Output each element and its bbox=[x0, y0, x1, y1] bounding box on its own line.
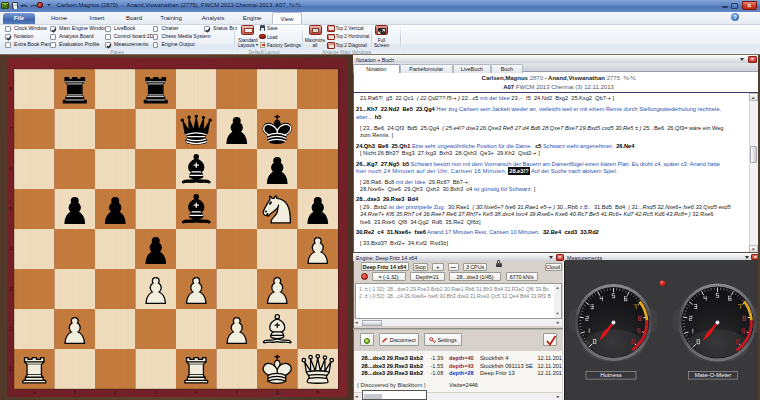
svg-text:d: d bbox=[154, 389, 157, 395]
svg-text:3: 3 bbox=[9, 286, 12, 292]
svg-text:2: 2 bbox=[9, 326, 12, 332]
svg-text:g: g bbox=[276, 389, 279, 395]
svg-text:4: 4 bbox=[9, 246, 12, 252]
svg-text:b: b bbox=[73, 389, 76, 395]
svg-text:c: c bbox=[114, 389, 117, 395]
svg-text:h: h bbox=[316, 389, 319, 395]
svg-text:8: 8 bbox=[9, 86, 12, 92]
svg-text:5: 5 bbox=[9, 206, 12, 212]
svg-text:1: 1 bbox=[9, 366, 12, 372]
svg-text:Mate-O-Meter: Mate-O-Meter bbox=[695, 372, 732, 378]
svg-text:6: 6 bbox=[9, 166, 12, 172]
svg-text:Hotness: Hotness bbox=[600, 372, 622, 378]
svg-text:e: e bbox=[195, 389, 198, 395]
svg-text:7: 7 bbox=[9, 126, 12, 132]
